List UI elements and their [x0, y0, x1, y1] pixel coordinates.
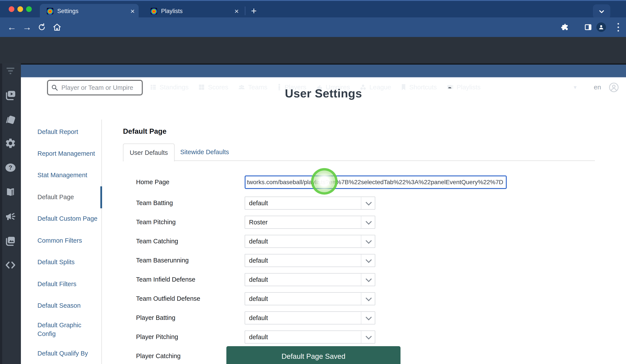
chevron-down-icon: [598, 8, 605, 15]
player-pitching-select[interactable]: default: [245, 331, 375, 344]
tab-title: Playlists: [161, 8, 232, 15]
chevron-down-icon: [361, 312, 375, 324]
gear-icon[interactable]: [0, 137, 21, 149]
home-button[interactable]: [50, 17, 64, 37]
video-playlists-icon[interactable]: [0, 90, 21, 101]
toast-message: Default Page Saved: [281, 352, 346, 361]
team-catching-select[interactable]: default: [245, 235, 375, 248]
settings-nav-default-splits[interactable]: Default Splits: [38, 258, 98, 266]
team-baserunning-label: Team Baserunning: [136, 257, 189, 264]
browser-tab-playlists[interactable]: Playlists ×: [144, 4, 243, 18]
home-page-input[interactable]: tworks.com/baseball/playlists?e=%7B%22se…: [245, 175, 507, 189]
select-value: default: [249, 333, 361, 341]
close-icon[interactable]: ×: [232, 7, 241, 15]
settings-nav-default-report[interactable]: Default Report: [38, 128, 98, 136]
chevron-down-icon: [361, 331, 375, 343]
team-infield-defense-label: Team Infield Defense: [136, 276, 195, 283]
team-outfield-defense-select[interactable]: default: [245, 292, 375, 305]
chevron-down-icon: [361, 197, 375, 209]
select-value: Roster: [249, 219, 361, 226]
gallery-icon[interactable]: [0, 235, 21, 247]
close-icon[interactable]: ×: [128, 7, 137, 15]
team-catching-label: Team Catching: [136, 238, 178, 245]
settings-nav-default-qualify-by[interactable]: Default Qualify By: [38, 349, 98, 358]
select-value: default: [249, 199, 361, 207]
chevron-down-icon: [361, 254, 375, 266]
code-icon[interactable]: [0, 260, 21, 270]
page-header-band: [21, 64, 626, 78]
settings-nav-default-custom-page[interactable]: Default Custom Page: [38, 214, 98, 223]
team-outfield-defense-label: Team Outfield Defense: [136, 295, 200, 302]
puzzle-icon: [560, 23, 569, 32]
settings-nav-default-page[interactable]: Default Page: [38, 193, 98, 201]
kebab-dot: [618, 30, 619, 32]
new-tab-button[interactable]: +: [248, 5, 259, 17]
cards-icon[interactable]: [0, 113, 21, 125]
help-icon[interactable]: ?: [0, 163, 21, 173]
browser-menu-button[interactable]: [613, 17, 623, 37]
side-panel-button[interactable]: [581, 17, 595, 37]
select-value: default: [249, 257, 361, 264]
svg-text:?: ?: [9, 165, 12, 171]
browser-tab-settings[interactable]: Settings ×: [40, 4, 139, 18]
click-highlight-ring: [311, 168, 338, 195]
reload-icon: [38, 23, 46, 31]
settings-nav-divider: [101, 120, 102, 364]
window-minimize-button[interactable]: [17, 6, 23, 12]
tab-divider: [245, 6, 245, 15]
select-value: default: [249, 276, 361, 283]
person-icon: [598, 24, 605, 31]
player-batting-label: Player Batting: [136, 314, 175, 321]
toast-notification: Default Page Saved: [226, 346, 400, 364]
tabs-bottom-border: [123, 161, 595, 161]
book-icon[interactable]: [0, 187, 21, 198]
home-page-value: tworks.com/baseball/playlists?e=%7B%22se…: [247, 179, 503, 186]
trumedia-favicon: [151, 8, 157, 14]
team-baserunning-select[interactable]: default: [245, 254, 375, 267]
team-batting-select[interactable]: default: [245, 197, 375, 210]
screen: Settings × Playlists × + ← →: [0, 0, 626, 364]
browser-toolbar: ← → mlbdemo.trumedianetworks.com/basebal…: [0, 17, 626, 37]
settings-nav-default-filters[interactable]: Default Filters: [38, 280, 98, 288]
extensions-button[interactable]: [558, 17, 572, 37]
tab-title: Settings: [57, 8, 128, 15]
app-header: TRUMEDIA Standings: [0, 37, 626, 64]
settings-nav-common-filters[interactable]: Common Filters: [38, 236, 98, 245]
home-icon: [53, 23, 61, 32]
settings-nav-active-indicator: [100, 186, 102, 208]
window-zoom-button[interactable]: [26, 6, 32, 12]
settings-nav-stat-management[interactable]: Stat Management: [38, 171, 98, 179]
team-infield-defense-select[interactable]: default: [245, 273, 375, 286]
filter-icon[interactable]: [0, 66, 21, 75]
window-close-button[interactable]: [9, 6, 14, 12]
section-heading: Default Page: [123, 127, 166, 135]
back-button[interactable]: ←: [5, 17, 19, 37]
team-pitching-select[interactable]: Roster: [245, 216, 375, 229]
chevron-down-icon: [361, 273, 375, 286]
tab-sitewide-defaults[interactable]: Sitewide Defaults: [178, 143, 231, 161]
player-batting-select[interactable]: default: [245, 311, 375, 325]
settings-nav-default-graphic-config[interactable]: Default Graphic Config: [38, 321, 98, 338]
browser-profile-avatar[interactable]: [596, 22, 606, 32]
home-page-label: Home Page: [136, 178, 169, 186]
chevron-down-icon: [361, 293, 375, 305]
select-value: default: [249, 295, 361, 302]
chevron-down-icon: [361, 235, 375, 247]
browser-tab-strip: Settings × Playlists × +: [0, 0, 626, 18]
side-panel-icon: [584, 23, 592, 32]
reload-button[interactable]: [35, 17, 49, 37]
kebab-dot: [618, 23, 619, 25]
megaphone-icon[interactable]: [0, 210, 21, 222]
tab-search-button[interactable]: [593, 4, 610, 19]
settings-nav-report-management[interactable]: Report Management: [38, 149, 98, 158]
select-value: default: [249, 238, 361, 245]
select-value: default: [249, 314, 361, 322]
player-catching-label: Player Catching: [136, 353, 181, 360]
kebab-dot: [618, 27, 619, 28]
forward-button[interactable]: →: [20, 17, 34, 37]
player-pitching-label: Player Pitching: [136, 333, 178, 340]
tab-user-defaults[interactable]: User Defaults: [123, 143, 175, 161]
page-title: User Settings: [21, 87, 626, 100]
trumedia-favicon: [47, 8, 53, 14]
settings-nav-default-season[interactable]: Default Season: [38, 301, 98, 310]
